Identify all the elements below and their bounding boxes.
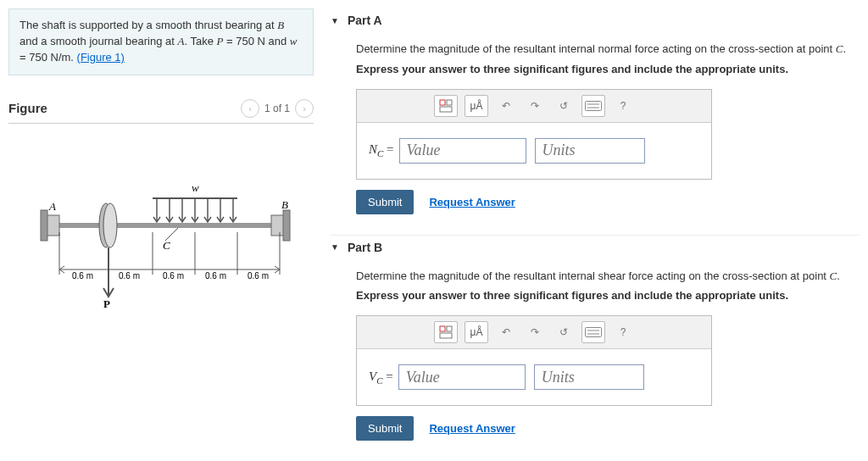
help-icon[interactable]: ? bbox=[612, 96, 634, 116]
caret-down-icon: ▼ bbox=[331, 242, 339, 252]
part-a-question: Determine the magnitude of the resultant… bbox=[356, 41, 860, 58]
svg-rect-43 bbox=[586, 328, 602, 337]
part-b-title: Part B bbox=[348, 241, 382, 254]
svg-text:0.6 m: 0.6 m bbox=[72, 271, 93, 280]
svg-rect-42 bbox=[440, 333, 452, 338]
undo-icon[interactable]: ↶ bbox=[495, 96, 517, 116]
svg-text:P: P bbox=[103, 297, 110, 310]
part-a-header[interactable]: ▼ Part A bbox=[331, 8, 860, 32]
units-icon[interactable]: μÅ bbox=[465, 95, 488, 117]
text: = 750 N and bbox=[223, 35, 289, 47]
part-b-lhs: VC = bbox=[369, 369, 393, 386]
part-b-submit-button[interactable]: Submit bbox=[356, 416, 414, 441]
template-icon[interactable] bbox=[434, 95, 458, 117]
svg-rect-2 bbox=[41, 210, 47, 241]
svg-text:0.6 m: 0.6 m bbox=[163, 271, 184, 280]
svg-text:0.6 m: 0.6 m bbox=[205, 271, 226, 280]
text: and a smooth journal bearing at bbox=[19, 35, 177, 47]
part-a-units-input[interactable] bbox=[535, 138, 645, 164]
svg-point-6 bbox=[103, 203, 117, 247]
reset-icon[interactable]: ↺ bbox=[553, 96, 575, 116]
svg-rect-36 bbox=[440, 107, 452, 112]
text: The shaft is supported by a smooth thrus… bbox=[19, 19, 277, 31]
part-a-request-answer-link[interactable]: Request Answer bbox=[429, 196, 515, 208]
var-B: B bbox=[277, 19, 284, 31]
figure-prev-button[interactable]: ‹ bbox=[241, 99, 259, 118]
reset-icon[interactable]: ↺ bbox=[553, 322, 575, 342]
figure-counter: 1 of 1 bbox=[264, 103, 290, 114]
svg-text:C: C bbox=[163, 239, 170, 252]
redo-icon[interactable]: ↷ bbox=[524, 322, 546, 342]
svg-rect-41 bbox=[447, 326, 452, 331]
part-b-request-answer-link[interactable]: Request Answer bbox=[429, 422, 515, 435]
keyboard-icon[interactable] bbox=[581, 321, 605, 343]
svg-rect-4 bbox=[283, 210, 290, 241]
part-b-answer-box: μÅ ↶ ↷ ↺ ? VC = bbox=[356, 315, 712, 406]
part-b-value-input[interactable] bbox=[398, 364, 526, 390]
figure-link[interactable]: (Figure 1) bbox=[77, 51, 125, 64]
template-icon[interactable] bbox=[434, 321, 458, 343]
figure-header: Figure ‹ 1 of 1 › bbox=[8, 99, 314, 124]
var-w: w bbox=[290, 35, 298, 47]
help-icon[interactable]: ? bbox=[612, 322, 634, 342]
svg-text:0.6 m: 0.6 m bbox=[248, 271, 269, 280]
svg-rect-40 bbox=[440, 326, 445, 331]
figure-next-button[interactable]: › bbox=[295, 99, 314, 118]
part-a-answer-box: μÅ ↶ ↷ ↺ ? NC = bbox=[356, 89, 712, 180]
part-a-instruction: Express your answer to three significant… bbox=[356, 63, 860, 75]
text: . Take bbox=[184, 35, 216, 47]
problem-statement: The shaft is supported by a smooth thrus… bbox=[8, 8, 314, 75]
svg-rect-37 bbox=[586, 101, 602, 110]
svg-text:w: w bbox=[192, 181, 199, 194]
undo-icon[interactable]: ↶ bbox=[495, 322, 517, 342]
svg-text:A: A bbox=[48, 200, 56, 213]
svg-text:B: B bbox=[281, 198, 288, 211]
part-a-value-input[interactable] bbox=[399, 138, 526, 164]
svg-text:0.6 m: 0.6 m bbox=[119, 271, 140, 280]
svg-rect-35 bbox=[447, 100, 452, 105]
part-b-instruction: Express your answer to three significant… bbox=[356, 289, 860, 302]
svg-rect-34 bbox=[440, 100, 445, 105]
text: = 750 N/m. bbox=[19, 51, 77, 64]
figure-title: Figure bbox=[8, 101, 47, 115]
part-a-title: Part A bbox=[348, 14, 382, 27]
part-b-question: Determine the magnitude of the resultant… bbox=[356, 268, 860, 285]
part-b-header[interactable]: ▼ Part B bbox=[331, 236, 860, 259]
figure-diagram: A B C w P 0.6 m 0.6 m 0.6 m 0.6 m 0.6 m bbox=[25, 141, 297, 310]
keyboard-icon[interactable] bbox=[581, 95, 605, 117]
part-a-submit-button[interactable]: Submit bbox=[356, 190, 414, 214]
caret-down-icon: ▼ bbox=[331, 16, 339, 25]
redo-icon[interactable]: ↷ bbox=[524, 96, 546, 116]
part-a-lhs: NC = bbox=[369, 142, 394, 158]
units-icon[interactable]: μÅ bbox=[465, 321, 488, 343]
part-b-units-input[interactable] bbox=[534, 364, 644, 390]
